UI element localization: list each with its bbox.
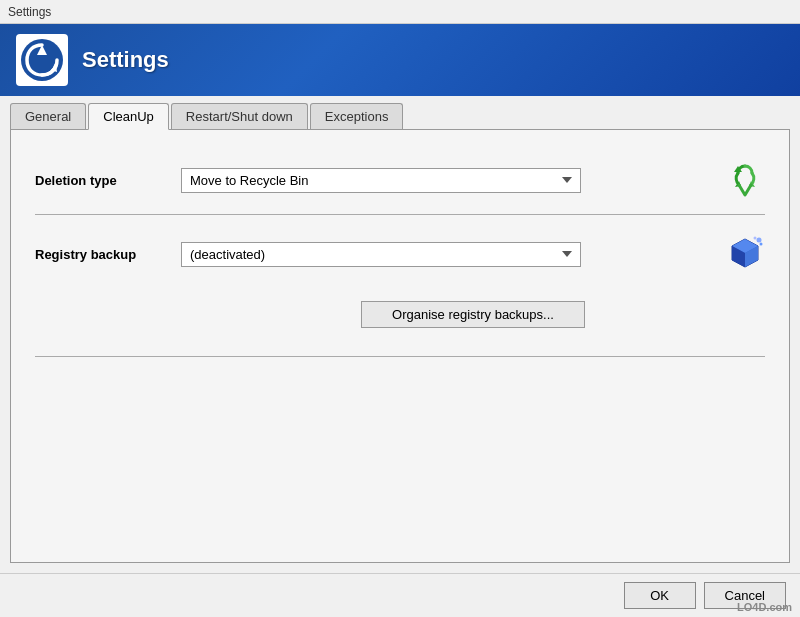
- app-logo: [16, 34, 68, 86]
- divider-1: [35, 214, 765, 215]
- watermark: LO4D.com: [737, 601, 792, 613]
- settings-dialog: Settings General CleanUp Restart/Shut do…: [0, 24, 800, 617]
- registry-backup-row: Registry backup (deactivated) Before eac…: [35, 223, 765, 285]
- organise-button-row: Organise registry backups...: [165, 301, 765, 328]
- tabs-bar: General CleanUp Restart/Shut down Except…: [0, 96, 800, 129]
- svg-point-9: [754, 237, 757, 240]
- tab-cleanup[interactable]: CleanUp: [88, 103, 169, 130]
- ok-button[interactable]: OK: [624, 582, 696, 609]
- deletion-type-dropdown-wrapper: Move to Recycle Bin Delete permanently S…: [181, 168, 581, 193]
- recycle-bin-icon: [727, 162, 763, 198]
- deletion-type-select[interactable]: Move to Recycle Bin Delete permanently S…: [181, 168, 581, 193]
- dialog-header: Settings: [0, 24, 800, 96]
- divider-2: [35, 356, 765, 357]
- registry-backup-dropdown-wrapper: (deactivated) Before each cleanup Daily …: [181, 242, 581, 267]
- registry-backup-label: Registry backup: [35, 247, 165, 262]
- registry-backup-select[interactable]: (deactivated) Before each cleanup Daily …: [181, 242, 581, 267]
- tab-content-cleanup: Deletion type Move to Recycle Bin Delete…: [10, 129, 790, 563]
- window-title-text: Settings: [8, 5, 51, 19]
- organise-backups-button[interactable]: Organise registry backups...: [361, 301, 585, 328]
- svg-point-10: [760, 243, 763, 246]
- registry-cube-icon: [726, 235, 764, 273]
- window-title-bar: Settings: [0, 0, 800, 24]
- deletion-type-row: Deletion type Move to Recycle Bin Delete…: [35, 150, 765, 210]
- dialog-title: Settings: [82, 47, 169, 73]
- tab-exceptions[interactable]: Exceptions: [310, 103, 404, 130]
- recycle-icon-area: [725, 162, 765, 198]
- deletion-type-label: Deletion type: [35, 173, 165, 188]
- tab-general[interactable]: General: [10, 103, 86, 130]
- svg-point-8: [757, 238, 762, 243]
- dialog-footer: OK Cancel: [0, 573, 800, 617]
- tab-restart[interactable]: Restart/Shut down: [171, 103, 308, 130]
- registry-icon-area: [725, 235, 765, 273]
